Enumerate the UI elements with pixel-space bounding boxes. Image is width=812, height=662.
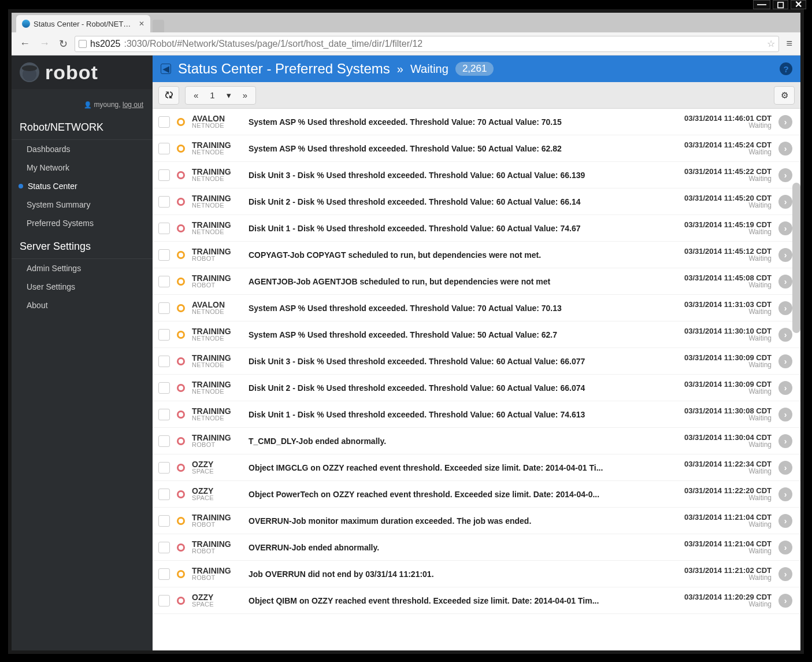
system-column: OZZYSPACE bbox=[192, 460, 242, 475]
status-row[interactable]: OZZYSPACEObject QIBM on OZZY reached eve… bbox=[153, 587, 800, 614]
row-detail-button[interactable]: › bbox=[778, 408, 792, 421]
settings-button[interactable]: ⚙ bbox=[774, 86, 795, 105]
logout-link[interactable]: log out bbox=[123, 101, 143, 109]
row-detail-button[interactable]: › bbox=[778, 248, 792, 262]
page-first-button[interactable]: « bbox=[188, 90, 204, 100]
nav-item-about[interactable]: About bbox=[12, 296, 153, 315]
row-checkbox[interactable] bbox=[158, 302, 170, 314]
status-text: Waiting bbox=[668, 388, 772, 395]
row-checkbox[interactable] bbox=[158, 116, 170, 128]
new-tab-button[interactable] bbox=[153, 20, 164, 32]
row-detail-button[interactable]: › bbox=[778, 221, 792, 235]
status-row[interactable]: AVALONNETNODESystem ASP % Used threshold… bbox=[153, 295, 800, 321]
status-row[interactable]: TRAININGNETNODESystem ASP % Used thresho… bbox=[153, 135, 800, 162]
status-row[interactable]: TRAININGNETNODEDisk Unit 3 - Disk % Used… bbox=[153, 348, 800, 375]
system-name: TRAINING bbox=[192, 168, 242, 176]
window-minimize-button[interactable]: — bbox=[753, 0, 770, 9]
row-checkbox[interactable] bbox=[158, 276, 170, 287]
row-checkbox[interactable] bbox=[158, 568, 170, 580]
status-row[interactable]: TRAININGROBOTJob OVERRUN did not end by … bbox=[153, 561, 800, 587]
row-detail-button[interactable]: › bbox=[778, 514, 792, 528]
status-row[interactable]: TRAININGNETNODEDisk Unit 2 - Disk % Used… bbox=[153, 375, 800, 401]
row-checkbox[interactable] bbox=[158, 515, 170, 527]
nav-item-preferred-systems[interactable]: Preferred Systems bbox=[12, 214, 153, 232]
row-detail-button[interactable]: › bbox=[778, 142, 792, 156]
bookmark-star-icon[interactable]: ☆ bbox=[767, 38, 775, 49]
reload-button[interactable]: ↻ bbox=[57, 36, 70, 51]
help-icon[interactable]: ? bbox=[780, 62, 792, 75]
row-detail-button[interactable]: › bbox=[778, 195, 792, 209]
refresh-icon: 🗘 bbox=[165, 90, 173, 100]
status-row[interactable]: TRAININGNETNODEDisk Unit 1 - Disk % Used… bbox=[153, 215, 800, 242]
status-row[interactable]: OZZYSPACEObject IMGCLG on OZZY reached e… bbox=[153, 454, 800, 481]
row-checkbox[interactable] bbox=[158, 223, 170, 234]
row-checkbox[interactable] bbox=[158, 249, 170, 261]
row-detail-button[interactable]: › bbox=[778, 381, 792, 395]
row-checkbox[interactable] bbox=[158, 169, 170, 181]
refresh-button[interactable]: 🗘 bbox=[158, 86, 179, 105]
row-detail-button[interactable]: › bbox=[778, 461, 792, 475]
nav-item-system-summary[interactable]: System Summary bbox=[12, 195, 153, 214]
nav-item-my-network[interactable]: My Network bbox=[12, 158, 153, 177]
window-maximize-button[interactable]: ◻ bbox=[773, 0, 788, 9]
logo-icon bbox=[20, 62, 39, 82]
row-detail-button[interactable]: › bbox=[778, 275, 792, 289]
row-checkbox[interactable] bbox=[158, 542, 170, 553]
scrollbar-thumb[interactable] bbox=[792, 183, 800, 333]
header-back-button[interactable]: ◀ bbox=[161, 64, 171, 74]
row-detail-button[interactable]: › bbox=[778, 541, 792, 554]
back-button[interactable]: ← bbox=[17, 36, 32, 51]
row-checkbox[interactable] bbox=[158, 382, 170, 394]
row-detail-button[interactable]: › bbox=[778, 567, 792, 581]
window-close-button[interactable]: ✕ bbox=[791, 0, 806, 9]
address-bar[interactable]: hs2025:3030/Robot/#Network/Statuses/page… bbox=[75, 36, 779, 52]
row-checkbox[interactable] bbox=[158, 409, 170, 420]
row-detail-button[interactable]: › bbox=[778, 354, 792, 368]
system-name: OZZY bbox=[192, 593, 242, 601]
row-checkbox[interactable] bbox=[158, 329, 170, 341]
status-row[interactable]: AVALONNETNODESystem ASP % Used threshold… bbox=[153, 109, 800, 135]
row-detail-button[interactable]: › bbox=[778, 594, 792, 608]
system-subtype: NETNODE bbox=[192, 229, 242, 235]
status-row[interactable]: TRAININGNETNODEDisk Unit 1 - Disk % Used… bbox=[153, 401, 800, 428]
row-checkbox[interactable] bbox=[158, 356, 170, 367]
row-detail-button[interactable]: › bbox=[778, 115, 792, 129]
page-dropdown-button[interactable]: ▾ bbox=[221, 90, 237, 101]
page-number[interactable]: 1 bbox=[204, 90, 220, 100]
browser-tab[interactable]: Status Center - Robot/NET… ✕ bbox=[16, 15, 150, 32]
row-detail-button[interactable]: › bbox=[778, 301, 792, 315]
status-row[interactable]: TRAININGROBOTCOPYAGT-Job COPYAGT schedul… bbox=[153, 242, 800, 268]
nav-item-status-center[interactable]: Status Center bbox=[12, 177, 153, 195]
nav-item-dashboards[interactable]: Dashboards bbox=[12, 140, 153, 158]
status-row[interactable]: TRAININGROBOTOVERRUN-Job ended abnormall… bbox=[153, 534, 800, 561]
tab-title: Status Center - Robot/NET… bbox=[34, 20, 131, 28]
status-row[interactable]: TRAININGROBOTAGENTJOB-Job AGENTJOB sched… bbox=[153, 268, 800, 295]
status-row[interactable]: TRAININGROBOTOVERRUN-Job monitor maximum… bbox=[153, 508, 800, 534]
row-checkbox[interactable] bbox=[158, 489, 170, 500]
row-detail-button[interactable]: › bbox=[778, 434, 792, 448]
status-row[interactable]: OZZYSPACEObject PowerTech on OZZY reache… bbox=[153, 481, 800, 508]
severity-icon bbox=[177, 198, 185, 206]
status-row[interactable]: TRAININGNETNODEDisk Unit 2 - Disk % Used… bbox=[153, 188, 800, 215]
status-row[interactable]: TRAININGROBOTT_CMD_DLY-Job ended abnorma… bbox=[153, 428, 800, 454]
nav-item-admin-settings[interactable]: Admin Settings bbox=[12, 259, 153, 278]
row-checkbox[interactable] bbox=[158, 435, 170, 447]
tab-close-icon[interactable]: ✕ bbox=[134, 20, 144, 28]
row-detail-button[interactable]: › bbox=[778, 168, 792, 182]
row-detail-button[interactable]: › bbox=[778, 328, 792, 342]
page-next-button[interactable]: » bbox=[237, 90, 253, 100]
row-detail-button[interactable]: › bbox=[778, 487, 792, 501]
row-checkbox[interactable] bbox=[158, 462, 170, 474]
system-subtype: NETNODE bbox=[192, 415, 242, 421]
row-checkbox[interactable] bbox=[158, 595, 170, 606]
status-row[interactable]: TRAININGNETNODEDisk Unit 3 - Disk % Used… bbox=[153, 162, 800, 188]
nav-item-user-settings[interactable]: User Settings bbox=[12, 278, 153, 296]
row-checkbox[interactable] bbox=[158, 196, 170, 208]
browser-menu-button[interactable]: ≡ bbox=[784, 38, 795, 50]
meta-column: 03/31/2014 11:45:19 CDTWaiting bbox=[668, 221, 772, 235]
message-text: OVERRUN-Job monitor maximum duration exc… bbox=[249, 516, 661, 526]
row-checkbox[interactable] bbox=[158, 143, 170, 154]
site-info-icon[interactable] bbox=[79, 40, 87, 48]
status-row[interactable]: TRAININGNETNODESystem ASP % Used thresho… bbox=[153, 321, 800, 348]
forward-button[interactable]: → bbox=[37, 36, 52, 51]
